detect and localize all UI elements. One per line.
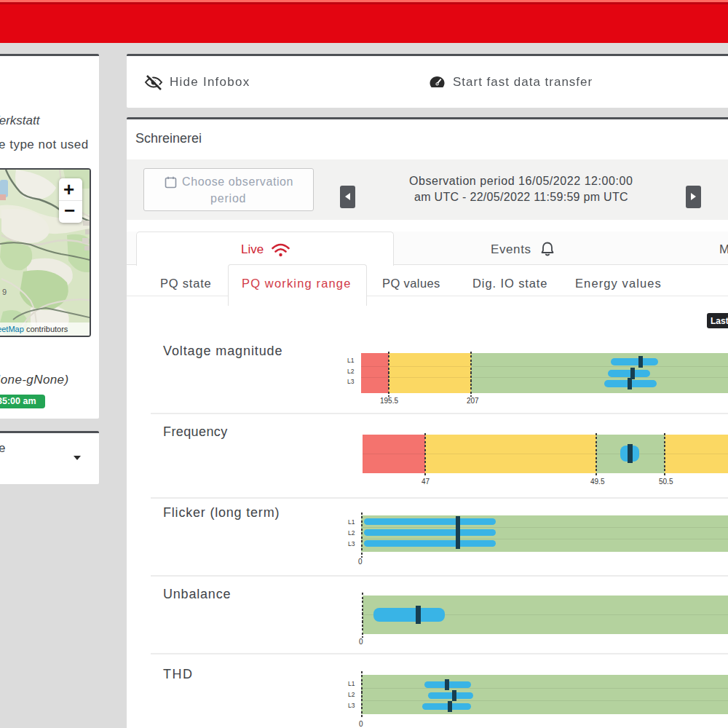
svg-text:9: 9 xyxy=(2,288,7,296)
